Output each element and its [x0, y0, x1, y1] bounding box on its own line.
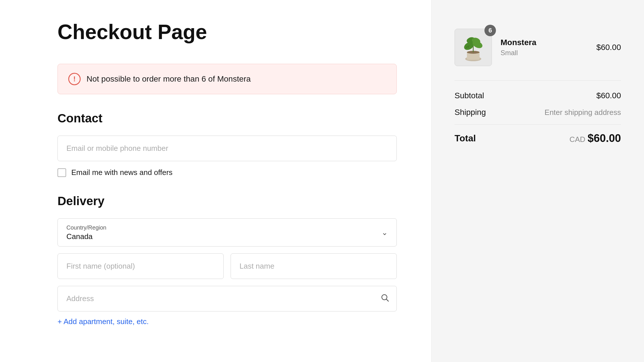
plant-illustration — [459, 32, 488, 63]
total-label: Total — [455, 133, 476, 144]
error-message: Not possible to order more than 6 of Mon… — [87, 74, 251, 84]
country-select[interactable]: Country/Region Canada ⌄ — [57, 218, 397, 247]
order-summary: Subtotal $60.00 Shipping Enter shipping … — [455, 80, 621, 145]
shipping-label: Shipping — [455, 108, 486, 117]
chevron-down-icon: ⌄ — [382, 228, 388, 237]
search-icon — [381, 293, 389, 302]
delivery-section: Delivery Country/Region Canada ⌄ — [57, 194, 397, 326]
newsletter-checkbox[interactable] — [57, 168, 66, 177]
svg-line-3 — [386, 299, 388, 301]
add-apartment-link[interactable]: + Add apartment, suite, etc. — [57, 317, 149, 326]
contact-section-title: Contact — [57, 111, 397, 125]
address-input[interactable] — [57, 286, 397, 311]
shipping-row: Shipping Enter shipping address — [455, 108, 621, 117]
name-row — [57, 253, 397, 279]
item-details: Monstera Small — [501, 38, 588, 57]
delivery-section-title: Delivery — [57, 194, 397, 208]
subtotal-value: $60.00 — [596, 91, 621, 100]
total-value: CAD$60.00 — [570, 132, 621, 145]
total-currency: CAD — [570, 135, 585, 144]
quantity-badge: 6 — [484, 25, 496, 36]
item-variant: Small — [501, 49, 588, 57]
item-price: $60.00 — [596, 43, 621, 52]
checkout-form: Checkout Page ! Not possible to order mo… — [0, 0, 431, 362]
country-value: Canada — [66, 232, 93, 241]
first-name-input[interactable] — [57, 253, 224, 279]
last-name-input[interactable] — [231, 253, 397, 279]
address-search-button[interactable] — [381, 293, 389, 304]
page-title: Checkout Page — [57, 20, 397, 44]
error-banner: ! Not possible to order more than 6 of M… — [57, 64, 397, 94]
subtotal-label: Subtotal — [455, 91, 484, 100]
svg-text:!: ! — [73, 75, 76, 83]
item-image-wrapper: 6 — [455, 29, 492, 66]
error-icon: ! — [68, 73, 81, 85]
item-name: Monstera — [501, 38, 588, 47]
total-amount: $60.00 — [588, 132, 621, 144]
order-summary-panel: 6 Monstera Small $60.00 Subtotal $60.00 … — [431, 0, 644, 362]
newsletter-row: Email me with news and offers — [57, 168, 397, 177]
total-row: Total CAD$60.00 — [455, 124, 621, 145]
country-label: Country/Region — [66, 224, 388, 231]
email-phone-input[interactable] — [57, 136, 397, 161]
shipping-value: Enter shipping address — [545, 108, 621, 117]
address-wrapper — [57, 286, 397, 311]
order-item: 6 Monstera Small $60.00 — [455, 29, 621, 66]
subtotal-row: Subtotal $60.00 — [455, 91, 621, 100]
newsletter-label: Email me with news and offers — [71, 168, 172, 177]
